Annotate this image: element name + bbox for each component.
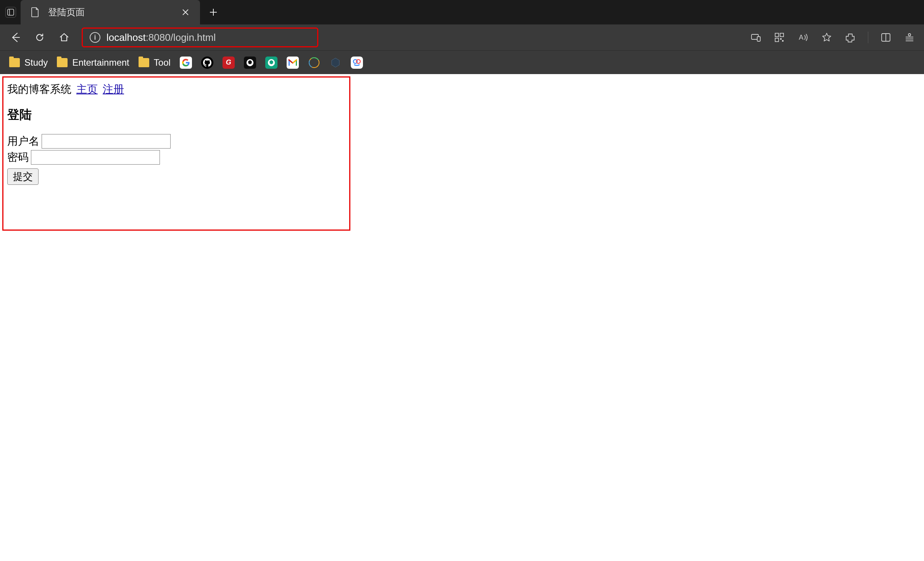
- new-tab-button[interactable]: [205, 4, 221, 20]
- qr-icon[interactable]: [773, 31, 785, 44]
- page-file-icon: [30, 7, 40, 18]
- bookmark-folder-tool[interactable]: Tool: [139, 57, 171, 68]
- split-screen-icon[interactable]: [880, 31, 892, 44]
- plus-icon: [209, 8, 218, 16]
- content-highlight-box: 我的博客系统 主页 注册 登陆 用户名 密码 提交: [2, 76, 350, 231]
- form-row-password: 密码: [7, 150, 345, 165]
- bookmark-cloud-icon[interactable]: [308, 57, 320, 69]
- form-row-username: 用户名: [7, 134, 345, 149]
- url-text: localhost:8080/login.html: [106, 32, 216, 44]
- tab-close-button[interactable]: [180, 7, 191, 18]
- submit-button[interactable]: 提交: [7, 168, 39, 185]
- svg-rect-9: [775, 33, 779, 37]
- favorite-star-icon[interactable]: [821, 31, 833, 44]
- tab-actions-icon: [7, 9, 14, 16]
- svg-rect-10: [780, 33, 784, 37]
- folder-icon: [57, 58, 68, 67]
- toolbar-right-icons: A: [750, 31, 916, 44]
- home-button[interactable]: [57, 31, 71, 44]
- read-aloud-icon[interactable]: A: [797, 31, 809, 44]
- bookmark-label: Tool: [154, 57, 171, 68]
- url-host: localhost: [106, 32, 146, 43]
- home-icon: [59, 32, 69, 43]
- browser-tab[interactable]: 登陆页面: [21, 0, 200, 24]
- address-bar[interactable]: i localhost:8080/login.html: [82, 27, 318, 47]
- svg-rect-8: [757, 37, 760, 41]
- bookmark-google-icon[interactable]: [180, 57, 192, 69]
- bookmark-folder-study[interactable]: Study: [9, 57, 48, 68]
- toolbar-divider: [868, 32, 868, 43]
- collections-icon[interactable]: [903, 31, 916, 44]
- close-icon: [182, 9, 189, 16]
- svg-point-22: [308, 57, 320, 68]
- page-viewport: 我的博客系统 主页 注册 登陆 用户名 密码 提交: [0, 74, 924, 561]
- bookmark-gmail-icon[interactable]: [287, 57, 299, 69]
- nav-link-home[interactable]: 主页: [76, 83, 98, 95]
- svg-rect-0: [8, 9, 14, 15]
- bookmark-label: Entertainment: [72, 57, 129, 68]
- svg-point-21: [308, 57, 320, 68]
- browser-titlebar: 登陆页面: [0, 0, 924, 24]
- extensions-icon[interactable]: [844, 31, 856, 44]
- svg-rect-12: [780, 38, 782, 40]
- back-button[interactable]: [8, 31, 22, 44]
- svg-rect-13: [782, 40, 784, 42]
- svg-rect-11: [775, 38, 779, 42]
- password-input[interactable]: [31, 150, 160, 165]
- bookmark-folder-entertainment[interactable]: Entertainment: [57, 57, 129, 68]
- site-info-icon[interactable]: i: [90, 32, 100, 43]
- bookmarks-bar: Study Entertainment Tool G: [0, 50, 924, 74]
- page-heading: 登陆: [7, 107, 345, 123]
- refresh-button[interactable]: [33, 31, 47, 44]
- device-icon[interactable]: [750, 31, 762, 44]
- svg-text:A: A: [799, 34, 803, 41]
- bookmark-github-icon[interactable]: [201, 57, 213, 69]
- page-nav: 我的博客系统 主页 注册: [7, 82, 345, 97]
- bookmark-openai-dark-icon[interactable]: [244, 57, 256, 69]
- bookmark-openai-green-icon[interactable]: [265, 57, 277, 69]
- tab-actions-button[interactable]: [5, 7, 16, 18]
- brand-text: 我的博客系统: [7, 83, 71, 95]
- bookmark-hexagon-icon[interactable]: [329, 57, 342, 69]
- arrow-left-icon: [10, 32, 21, 43]
- tab-title: 登陆页面: [48, 6, 180, 18]
- url-path: :8080/login.html: [146, 32, 216, 43]
- bookmark-gitee-icon[interactable]: G: [223, 57, 235, 69]
- password-label: 密码: [7, 150, 29, 165]
- folder-icon: [139, 58, 149, 67]
- nav-link-register[interactable]: 注册: [103, 83, 124, 95]
- browser-toolbar: i localhost:8080/login.html A: [0, 24, 924, 50]
- folder-icon: [9, 58, 20, 67]
- refresh-icon: [34, 32, 45, 43]
- bookmark-baidupan-icon[interactable]: [351, 57, 363, 69]
- bookmark-label: Study: [24, 57, 48, 68]
- username-input[interactable]: [42, 134, 171, 149]
- username-label: 用户名: [7, 134, 39, 149]
